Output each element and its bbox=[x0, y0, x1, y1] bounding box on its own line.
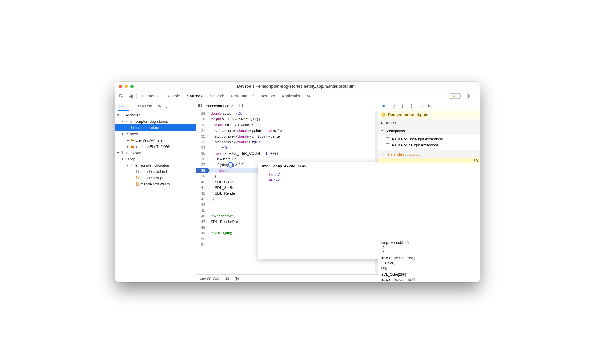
resume-button[interactable] bbox=[380, 102, 388, 110]
scope-tail: omplex<double>⌷-2-2td::complex<double>⌷L… bbox=[378, 240, 480, 282]
cursor-pos: Line 38, Column 11 bbox=[199, 277, 229, 281]
step-over-button[interactable] bbox=[389, 102, 397, 110]
tree-top[interactable]: ▼top bbox=[115, 156, 196, 162]
section-breakpoints[interactable]: ▼Breakpoints bbox=[378, 127, 480, 135]
svg-rect-4 bbox=[454, 97, 454, 97]
code-line[interactable]: 28 double scale = 4.0; bbox=[196, 111, 378, 116]
scope-value-row: -2 bbox=[378, 250, 480, 255]
code-line[interactable]: 34 int i = 0; bbox=[196, 145, 378, 151]
code-line[interactable]: 35 for (; i < MAX_ITER_COUNT - 1; i++) { bbox=[196, 151, 378, 156]
main-toolbar: Elements Console Sources Network Perform… bbox=[115, 91, 480, 101]
debugger-panel: Paused on breakpoint ▶Watch ▼Breakpoints… bbox=[378, 101, 480, 282]
nav-tab-page[interactable]: Page bbox=[115, 101, 131, 111]
scope-value-row: omplex<double>⌷ bbox=[378, 240, 480, 245]
tree-origin-2[interactable]: ▼emscripten-dbg-stori bbox=[115, 162, 196, 168]
svg-rect-9 bbox=[383, 105, 383, 107]
settings-icon[interactable] bbox=[465, 94, 473, 98]
scope-value-row: L_Color⌷ bbox=[378, 261, 480, 266]
status-extra: (Fr bbox=[235, 277, 239, 281]
svg-rect-7 bbox=[199, 104, 202, 107]
svg-point-13 bbox=[422, 106, 422, 106]
more-menu-icon[interactable]: ⋮ bbox=[473, 94, 480, 98]
code-line[interactable]: 36 z = z * z + c; bbox=[196, 156, 378, 162]
devtools-window: DevTools - emscripten-dbg-stories.netlif… bbox=[115, 82, 480, 282]
editor-tab-label: mandelbrot.cc bbox=[206, 104, 229, 108]
popover-row: __im_: -2 bbox=[265, 172, 378, 177]
scope-value-row: 00⌷ bbox=[378, 266, 480, 271]
svg-point-11 bbox=[402, 107, 403, 107]
svg-rect-8 bbox=[239, 104, 242, 107]
svg-point-5 bbox=[468, 95, 469, 97]
nav-more-icon[interactable]: ⋮ bbox=[163, 104, 170, 108]
tree-file-mandelbrot-html[interactable]: mandelbrot.html bbox=[115, 168, 196, 175]
svg-rect-15 bbox=[383, 114, 384, 115]
svg-rect-6 bbox=[126, 158, 128, 160]
tab-performance[interactable]: Performance bbox=[227, 91, 257, 101]
svg-rect-16 bbox=[383, 116, 384, 116]
window-title: DevTools - emscripten-dbg-stories.netlif… bbox=[134, 84, 459, 89]
code-line[interactable]: 30 for (int x = 0; x < width; x++) { bbox=[196, 122, 378, 128]
code-line[interactable]: 31 std::complex<double> point((double)x … bbox=[196, 128, 378, 134]
step-button[interactable] bbox=[417, 102, 425, 110]
tab-network[interactable]: Network bbox=[206, 91, 227, 101]
tabs-overflow[interactable]: ≫ bbox=[305, 94, 313, 98]
pause-caught-toggle[interactable]: Pause on caught exceptions bbox=[386, 142, 477, 148]
window-controls bbox=[119, 85, 134, 88]
minimize-window-button[interactable] bbox=[125, 85, 128, 88]
breakpoint-line[interactable]: 38 bbox=[378, 158, 480, 163]
scope-value-row: td::complex<double>⌷ bbox=[378, 277, 480, 282]
tab-sources[interactable]: Sources bbox=[184, 91, 206, 101]
code-line[interactable]: 29 for (int y = 0; y < height; y++) { bbox=[196, 116, 378, 122]
section-watch[interactable]: ▶Watch bbox=[378, 119, 480, 127]
debugger-toolbar bbox=[378, 101, 480, 111]
warning-badge[interactable]: 1 bbox=[450, 93, 461, 99]
device-toggle-icon[interactable] bbox=[127, 94, 135, 98]
tree-file-mandelbrot-cc[interactable]: mandelbrot.cc bbox=[115, 124, 196, 131]
titlebar: DevTools - emscripten-dbg-stories.netlif… bbox=[115, 82, 480, 91]
tree-deployed[interactable]: ▼Deployed bbox=[115, 150, 196, 156]
file-tree: ▼Authored ▼emscripten-dbg-stories mandel… bbox=[115, 111, 196, 282]
tree-folder-tmp[interactable]: ▶tmp/tmp.ELcTq2YGN bbox=[115, 143, 196, 150]
tree-file-proto[interactable]: ▼file:// bbox=[115, 131, 196, 137]
warning-count: 1 bbox=[457, 94, 459, 98]
tab-application[interactable]: Application bbox=[278, 91, 305, 101]
value-popover: std::complex<double> __im_: -2__re_: -2 bbox=[258, 162, 378, 259]
tree-folder-install[interactable]: ▶b/s/w/ir/x/w/install bbox=[115, 137, 196, 143]
step-into-button[interactable] bbox=[398, 102, 406, 110]
inspect-icon[interactable] bbox=[117, 94, 125, 98]
editor-panel: mandelbrot.cc ✕ 28 double scale = 4.0;29… bbox=[196, 101, 378, 282]
zoom-window-button[interactable] bbox=[130, 85, 134, 88]
popover-type: std::complex<double> bbox=[258, 162, 378, 170]
close-window-button[interactable] bbox=[119, 85, 122, 88]
tree-file-mandelbrot-wasm[interactable]: mandelbrot.wasm bbox=[115, 181, 196, 187]
nav-tab-filesystem[interactable]: Filesystem bbox=[131, 101, 155, 111]
scope-value-row: SDL_Color[256]⌷ bbox=[378, 272, 480, 277]
scope-value-row: td::complex<double>⌷ bbox=[378, 255, 480, 261]
nav-tabs-overflow[interactable]: ≫ bbox=[156, 104, 163, 108]
tree-origin-1[interactable]: ▼emscripten-dbg-stories bbox=[115, 118, 196, 124]
breakpoint-file-row[interactable]: ▼ mandelbrot.cc bbox=[378, 150, 480, 158]
deactivate-breakpoints-button[interactable] bbox=[426, 102, 434, 110]
close-tab-icon[interactable]: ✕ bbox=[231, 104, 234, 108]
toggle-navigator-icon[interactable] bbox=[198, 103, 202, 109]
svg-rect-3 bbox=[454, 95, 454, 96]
svg-point-10 bbox=[393, 107, 394, 107]
toggle-debugger-icon[interactable] bbox=[239, 103, 243, 109]
paused-banner: Paused on breakpoint bbox=[378, 111, 480, 119]
pause-uncaught-toggle[interactable]: Pause on uncaught exceptions bbox=[386, 136, 477, 142]
tab-elements[interactable]: Elements bbox=[138, 91, 162, 101]
editor-statusbar: Line 38, Column 11 (Fr bbox=[196, 274, 378, 282]
code-line[interactable]: 33 std::complex<double> z(0, 0); bbox=[196, 139, 378, 145]
popover-row: __re_: -2 bbox=[265, 177, 378, 183]
scope-value-row: -2 bbox=[378, 245, 480, 250]
editor-tab-mandelbrot[interactable]: mandelbrot.cc ✕ bbox=[203, 102, 236, 110]
navigator-panel: Page Filesystem ≫ ⋮ ▼Authored ▼emscripte… bbox=[115, 101, 196, 282]
tab-memory[interactable]: Memory bbox=[257, 91, 279, 101]
step-out-button[interactable] bbox=[407, 102, 415, 110]
svg-point-12 bbox=[411, 107, 412, 107]
tree-file-mandelbrot-js[interactable]: mandelbrot.js bbox=[115, 175, 196, 181]
tree-authored[interactable]: ▼Authored bbox=[115, 112, 196, 118]
code-line[interactable]: 32 std::complex<double> c = (point - cen… bbox=[196, 134, 378, 139]
tab-console[interactable]: Console bbox=[162, 91, 183, 101]
